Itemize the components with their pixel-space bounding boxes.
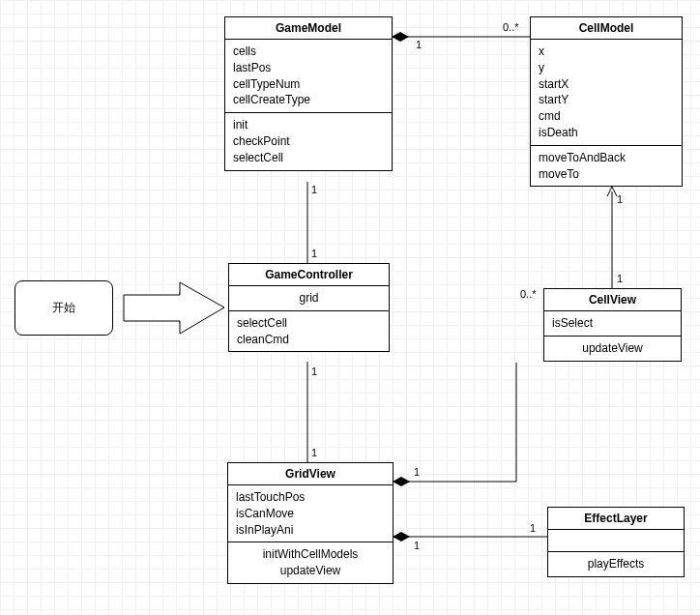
class-attrs: x y startX startY cmd isDeath [531, 40, 682, 146]
class-attrs: grid [229, 286, 389, 311]
class-title: GameModel [225, 17, 392, 40]
class-cellview: CellView isSelect updateView [543, 288, 682, 362]
class-cellmodel: CellModel x y startX startY cmd isDeath … [530, 16, 683, 187]
class-title: GameController [229, 264, 389, 286]
class-title: CellView [544, 289, 681, 311]
mult: 1 [311, 366, 317, 377]
class-ops: moveToAndBack moveTo [531, 146, 682, 187]
mult: 1 [414, 466, 420, 478]
class-ops: initWithCellModels updateView [228, 542, 393, 583]
class-gamemodel: GameModel cells lastPos cellTypeNum cell… [224, 16, 393, 171]
mult: 1 [617, 273, 623, 284]
mult: 1 [416, 39, 422, 50]
class-gamecontroller: GameController grid selectCell cleanCmd [228, 263, 390, 352]
class-attrs [548, 530, 684, 552]
mult: 1 [617, 193, 623, 205]
class-title: GridView [228, 463, 393, 485]
mult: 1 [530, 522, 536, 534]
class-ops: playEffects [548, 552, 684, 576]
mult: 0..* [520, 288, 537, 300]
class-attrs: isSelect [544, 311, 681, 337]
mult: 1 [414, 540, 420, 551]
start-label: 开始 [52, 300, 75, 316]
class-ops: updateView [544, 337, 681, 361]
mult: 1 [311, 248, 317, 259]
class-attrs: cells lastPos cellTypeNum cellCreateType [225, 40, 392, 113]
class-attrs: lastTouchPos isCanMove isInPlayAni [228, 485, 393, 542]
class-title: EffectLayer [548, 508, 684, 530]
start-node: 开始 [15, 280, 113, 336]
class-ops: selectCell cleanCmd [229, 311, 389, 352]
class-effectlayer: EffectLayer playEffects [547, 507, 685, 577]
mult: 1 [311, 447, 317, 458]
class-title: CellModel [531, 17, 682, 40]
mult: 0..* [503, 21, 519, 33]
mult: 1 [311, 184, 317, 195]
class-ops: init checkPoint selectCell [225, 113, 392, 169]
class-gridview: GridView lastTouchPos isCanMove isInPlay… [227, 462, 394, 584]
